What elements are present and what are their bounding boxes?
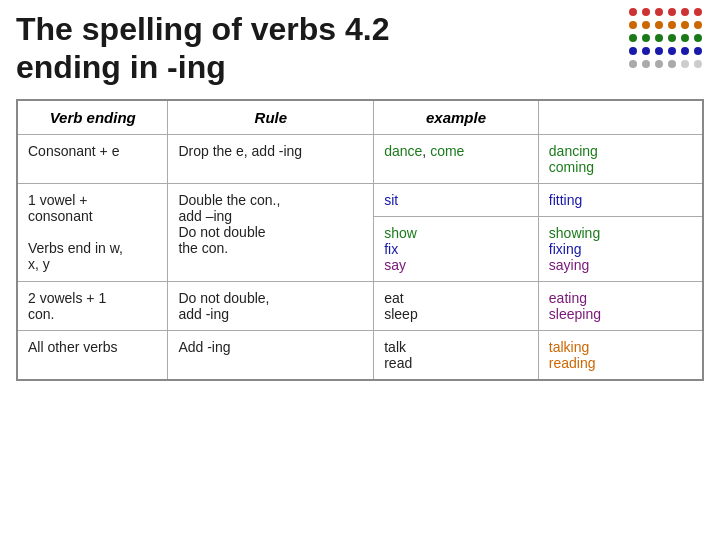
- verb-cell: All other verbs: [17, 330, 168, 380]
- table-header-row: Verb ending Rule example: [17, 100, 703, 135]
- decorative-dot: [642, 60, 650, 68]
- decorative-dot: [681, 8, 689, 16]
- decorative-dot: [694, 47, 702, 55]
- decorative-dot: [668, 8, 676, 16]
- verbs-table: Verb ending Rule example Consonant + e D…: [16, 99, 704, 381]
- decorative-dot: [694, 8, 702, 16]
- decorative-dot: [655, 60, 663, 68]
- title-line2: ending in -ing: [16, 48, 704, 86]
- verb-cell: Consonant + e: [17, 134, 168, 183]
- verb-cell: 2 vowels + 1con.: [17, 281, 168, 330]
- decorative-dot: [655, 21, 663, 29]
- rule-cell: Add -ing: [168, 330, 374, 380]
- result-cell: showing fixing saying: [538, 216, 703, 281]
- decorative-dot: [668, 60, 676, 68]
- example-cell: talkread: [374, 330, 539, 380]
- verb-cell: 1 vowel +consonantVerbs end in w,x, y: [17, 183, 168, 281]
- decorative-dot: [681, 34, 689, 42]
- decorative-dot: [642, 34, 650, 42]
- decorative-dot: [655, 47, 663, 55]
- decorative-dots: [629, 8, 704, 70]
- decorative-dot: [629, 8, 637, 16]
- example-cell: show fix say: [374, 216, 539, 281]
- decorative-dot: [629, 47, 637, 55]
- rule-cell: Do not double,add -ing: [168, 281, 374, 330]
- table-row: 2 vowels + 1con. Do not double,add -ing …: [17, 281, 703, 330]
- header-verb: Verb ending: [17, 100, 168, 135]
- decorative-dot: [694, 21, 702, 29]
- decorative-dot: [681, 21, 689, 29]
- result-cell: talkingreading: [538, 330, 703, 380]
- header-rule: Rule: [168, 100, 374, 135]
- result-cell: fitting: [538, 183, 703, 216]
- rule-cell: Drop the e, add -ing: [168, 134, 374, 183]
- decorative-dot: [655, 8, 663, 16]
- decorative-dot: [629, 60, 637, 68]
- table-row: 1 vowel +consonantVerbs end in w,x, y Do…: [17, 183, 703, 216]
- page-title: The spelling of verbs 4.2 ending in -ing: [16, 10, 704, 87]
- decorative-dot: [694, 34, 702, 42]
- decorative-dot: [681, 60, 689, 68]
- title-line1: The spelling of verbs 4.2: [16, 10, 704, 48]
- page: The spelling of verbs 4.2 ending in -ing…: [0, 0, 720, 540]
- result-cell: dancingcoming: [538, 134, 703, 183]
- decorative-dot: [629, 34, 637, 42]
- decorative-dot: [655, 34, 663, 42]
- decorative-dot: [629, 21, 637, 29]
- decorative-dot: [642, 47, 650, 55]
- decorative-dot: [642, 8, 650, 16]
- header-example: example: [374, 100, 539, 135]
- example-cell: sit: [374, 183, 539, 216]
- decorative-dot: [668, 21, 676, 29]
- decorative-dot: [668, 47, 676, 55]
- table-row: Consonant + e Drop the e, add -ing dance…: [17, 134, 703, 183]
- header-result: [538, 100, 703, 135]
- decorative-dot: [668, 34, 676, 42]
- table-row: All other verbs Add -ing talkread talkin…: [17, 330, 703, 380]
- decorative-dot: [681, 47, 689, 55]
- decorative-dot: [694, 60, 702, 68]
- rule-cell: Double the con.,add –ingDo not doublethe…: [168, 183, 374, 281]
- decorative-dot: [642, 21, 650, 29]
- example-cell: dance, come: [374, 134, 539, 183]
- result-cell: eatingsleeping: [538, 281, 703, 330]
- example-cell: eatsleep: [374, 281, 539, 330]
